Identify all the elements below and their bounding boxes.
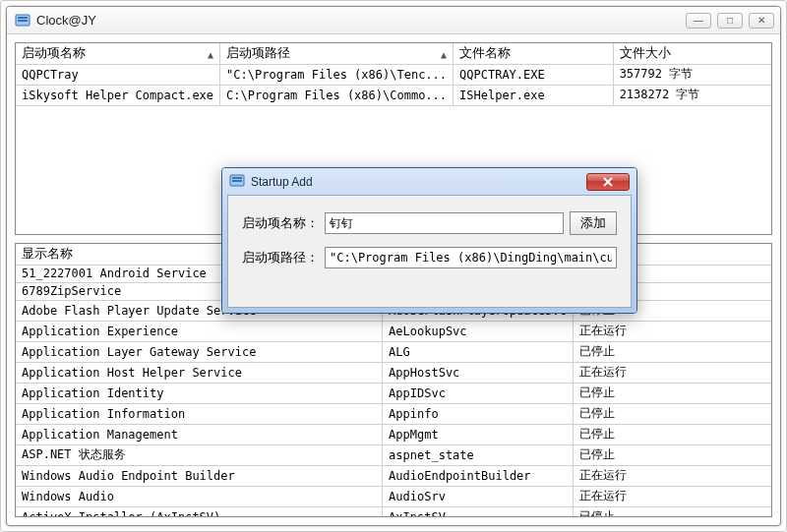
table-cell: ActiveX Installer (AxInstSV) <box>16 507 383 518</box>
input-startup-path[interactable] <box>325 247 617 268</box>
table-cell: AxInstSV <box>383 507 574 518</box>
table-row[interactable]: Application InformationAppinfo已停止 <box>16 404 771 425</box>
table-cell: ASP.NET 状态服务 <box>16 445 383 466</box>
table-cell: AeLookupSvc <box>383 322 574 342</box>
dialog-icon <box>229 173 245 192</box>
add-button[interactable]: 添加 <box>570 211 617 235</box>
table-cell: 已停止 <box>573 425 771 445</box>
table-cell: ISHelper.exe <box>454 86 614 106</box>
table-cell: Appinfo <box>383 404 574 425</box>
svg-rect-5 <box>232 180 242 182</box>
table-row[interactable]: ASP.NET 状态服务aspnet_state已停止 <box>16 445 771 466</box>
table-cell: AudioSrv <box>383 487 574 507</box>
main-titlebar: Clock@JY — □ ✕ <box>7 7 780 34</box>
dialog-chrome: Startup Add 启动项名称： 添加 启动项路径： <box>222 168 636 313</box>
svg-rect-1 <box>18 17 28 19</box>
dialog-titlebar: Startup Add <box>227 173 632 195</box>
row-name: 启动项名称： 添加 <box>242 211 617 235</box>
table-cell: Application Host Helper Service <box>16 363 383 384</box>
sort-asc-icon: ▲ <box>208 48 213 59</box>
table-cell: 已停止 <box>573 445 771 466</box>
table-cell: Application Experience <box>16 322 383 342</box>
window-controls: — □ ✕ <box>686 13 774 29</box>
table-header-row: 启动项名称▲ 启动项路径▲ 文件名称 文件大小 <box>16 43 771 65</box>
startup-items-table[interactable]: 启动项名称▲ 启动项路径▲ 文件名称 文件大小 QQPCTray"C:\Prog… <box>16 43 771 106</box>
table-cell: 正在运行 <box>573 487 771 507</box>
dialog-body: 启动项名称： 添加 启动项路径： <box>227 195 632 308</box>
table-row[interactable]: QQPCTray"C:\Program Files (x86)\Tenc...Q… <box>16 65 771 86</box>
minimize-button[interactable]: — <box>686 13 711 29</box>
input-startup-name[interactable] <box>325 212 564 234</box>
table-cell: Application Information <box>16 404 383 425</box>
table-cell: 正在运行 <box>573 322 771 342</box>
table-cell: 已停止 <box>573 384 771 404</box>
table-row[interactable]: Application Layer Gateway ServiceALG已停止 <box>16 342 771 363</box>
table-cell: aspnet_state <box>383 445 574 466</box>
table-cell: AppIDSvc <box>383 384 574 404</box>
table-cell: Application Layer Gateway Service <box>16 342 383 363</box>
table-cell: ALG <box>383 342 574 363</box>
table-row[interactable]: iSkysoft Helper Compact.exeC:\Program Fi… <box>16 86 771 106</box>
table-cell: 正在运行 <box>573 466 771 487</box>
table-cell: AudioEndpointBuilder <box>383 466 574 487</box>
app-icon <box>15 13 30 29</box>
table-cell: Windows Audio Endpoint Builder <box>16 466 383 487</box>
table-cell: 357792 字节 <box>613 65 771 86</box>
col-startup-name[interactable]: 启动项名称▲ <box>16 43 220 65</box>
svg-rect-2 <box>18 20 28 22</box>
table-row[interactable]: Application ManagementAppMgmt已停止 <box>16 425 771 445</box>
close-button[interactable]: ✕ <box>749 13 774 29</box>
sort-asc-icon: ▲ <box>441 48 447 59</box>
table-row[interactable]: Application ExperienceAeLookupSvc正在运行 <box>16 322 771 342</box>
col-file-size[interactable]: 文件大小 <box>613 43 771 65</box>
table-cell: AppHostSvc <box>383 363 574 384</box>
table-row[interactable]: Windows Audio Endpoint BuilderAudioEndpo… <box>16 466 771 487</box>
table-cell: 正在运行 <box>573 363 771 384</box>
table-row[interactable]: Application Host Helper ServiceAppHostSv… <box>16 363 771 384</box>
table-cell: 已停止 <box>573 404 771 425</box>
dialog-close-button[interactable] <box>586 173 630 191</box>
main-window-title: Clock@JY <box>36 13 680 28</box>
table-cell: 已停止 <box>573 342 771 363</box>
table-cell: iSkysoft Helper Compact.exe <box>16 86 220 106</box>
table-cell: Windows Audio <box>16 487 383 507</box>
table-cell: QQPCTray <box>16 65 220 86</box>
col-file-name[interactable]: 文件名称 <box>454 43 614 65</box>
table-row[interactable]: Windows AudioAudioSrv正在运行 <box>16 487 771 507</box>
label-startup-path: 启动项路径： <box>242 249 319 266</box>
dialog-title: Startup Add <box>251 175 580 189</box>
startup-add-dialog: Startup Add 启动项名称： 添加 启动项路径： <box>221 167 637 314</box>
table-cell: "C:\Program Files (x86)\Tenc... <box>220 65 454 86</box>
row-path: 启动项路径： <box>242 247 617 268</box>
table-cell: C:\Program Files (x86)\Commo... <box>220 86 454 106</box>
table-cell: QQPCTRAY.EXE <box>454 65 614 86</box>
close-icon <box>602 177 614 187</box>
table-cell: 已停止 <box>573 507 771 518</box>
col-startup-path[interactable]: 启动项路径▲ <box>220 43 454 65</box>
table-cell: Application Identity <box>16 384 383 404</box>
table-cell: 2138272 字节 <box>613 86 771 106</box>
svg-rect-4 <box>232 177 242 179</box>
table-row[interactable]: Application IdentityAppIDSvc已停止 <box>16 384 771 404</box>
table-row[interactable]: ActiveX Installer (AxInstSV)AxInstSV已停止 <box>16 507 771 518</box>
label-startup-name: 启动项名称： <box>242 214 319 232</box>
maximize-button[interactable]: □ <box>717 13 743 29</box>
table-cell: Application Management <box>16 425 383 445</box>
table-cell: AppMgmt <box>383 425 574 445</box>
